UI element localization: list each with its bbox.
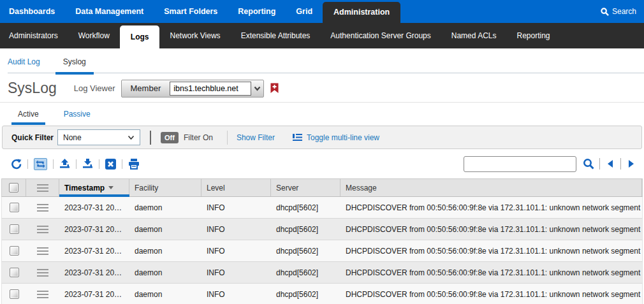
cell-server: dhcpd[5602] xyxy=(271,240,340,261)
column-header-facility[interactable]: Facility xyxy=(129,179,201,196)
row-checkbox[interactable] xyxy=(10,246,19,256)
table-row[interactable]: 2023-07-31 20… daemon INFO dhcpd[5602] D… xyxy=(1,284,643,304)
cell-timestamp: 2023-07-31 20… xyxy=(59,284,129,304)
next-page-button[interactable] xyxy=(626,160,636,168)
quick-filter-select[interactable]: None xyxy=(57,129,140,145)
global-search[interactable]: Search xyxy=(601,0,644,23)
refresh-icon[interactable] xyxy=(11,159,22,170)
table-row[interactable]: 2023-07-31 20… daemon INFO dhcpd[5602] D… xyxy=(1,240,643,262)
tab-passive[interactable]: Passive xyxy=(57,103,97,126)
table-row[interactable]: 2023-07-31 20… daemon INFO dhcpd[5602] D… xyxy=(1,219,643,240)
filter-toggle-button[interactable]: Off xyxy=(161,132,179,143)
tab-auth-server-groups[interactable]: Authentication Server Groups xyxy=(320,23,441,48)
column-header-server[interactable]: Server xyxy=(271,179,340,196)
nav-administration[interactable]: Administration xyxy=(323,2,400,23)
sorted-column-indicator xyxy=(59,194,129,197)
divider xyxy=(53,159,54,169)
nav-grid[interactable]: Grid xyxy=(286,0,323,23)
row-checkbox[interactable] xyxy=(10,203,19,212)
tab-network-views[interactable]: Network Views xyxy=(159,23,230,48)
bookmark-button[interactable] xyxy=(270,83,279,94)
chevron-down-icon xyxy=(128,135,135,140)
cell-timestamp: 2023-07-31 20… xyxy=(59,262,129,283)
tab-workflow[interactable]: Workflow xyxy=(68,23,120,48)
log-type-tabs: Audit Log Syslog xyxy=(0,48,644,75)
select-all-checkbox[interactable] xyxy=(2,179,26,196)
member-selector: Member xyxy=(121,80,265,98)
print-icon[interactable] xyxy=(128,159,140,170)
toolbar-right xyxy=(464,156,636,172)
row-menu-icon[interactable] xyxy=(37,269,48,277)
cell-server: dhcpd[5602] xyxy=(271,284,340,304)
cell-facility: daemon xyxy=(129,219,201,240)
page-header: SysLog Log Viewer Member xyxy=(0,75,644,103)
column-header-level[interactable]: Level xyxy=(201,179,271,196)
divider xyxy=(620,158,621,170)
sort-desc-icon xyxy=(108,186,113,189)
nav-data-management[interactable]: Data Management xyxy=(65,0,154,23)
row-checkbox[interactable] xyxy=(10,224,19,234)
member-input[interactable] xyxy=(170,82,251,96)
cell-level: INFO xyxy=(201,240,271,261)
tab-active[interactable]: Active xyxy=(11,103,45,126)
nav-smart-folders[interactable]: Smart Folders xyxy=(154,0,228,23)
view-tabs: Active Passive xyxy=(0,103,644,126)
tab-reporting[interactable]: Reporting xyxy=(506,23,560,48)
cell-server: dhcpd[5602] xyxy=(271,262,340,283)
table-row[interactable]: 2023-07-31 20… daemon INFO dhcpd[5602] D… xyxy=(1,262,643,284)
divider xyxy=(27,159,28,169)
nav-reporting[interactable]: Reporting xyxy=(228,0,286,23)
page-title: SysLog xyxy=(8,80,57,97)
search-icon xyxy=(583,158,594,170)
row-checkbox[interactable] xyxy=(10,268,19,277)
row-menu-icon[interactable] xyxy=(37,291,48,298)
divider xyxy=(150,131,151,145)
tab-extensible-attributes[interactable]: Extensible Attributes xyxy=(231,23,321,48)
cell-server: dhcpd[5602] xyxy=(271,197,340,218)
follow-icon[interactable] xyxy=(34,158,47,170)
column-header-timestamp[interactable]: Timestamp xyxy=(59,179,129,196)
row-menu-icon[interactable] xyxy=(37,226,48,233)
row-checkbox[interactable] xyxy=(10,289,19,299)
table-search-input[interactable] xyxy=(464,156,576,172)
tab-audit-log[interactable]: Audit Log xyxy=(0,48,48,75)
cell-level: INFO xyxy=(201,262,271,283)
cell-timestamp: 2023-07-31 20… xyxy=(59,197,129,218)
tab-named-acls[interactable]: Named ACLs xyxy=(441,23,507,48)
divider xyxy=(122,159,122,169)
table-search-button[interactable] xyxy=(583,158,594,170)
cell-level: INFO xyxy=(201,219,271,240)
multiline-view-icon[interactable] xyxy=(293,133,302,141)
prev-page-button[interactable] xyxy=(605,160,615,168)
header-menu-icon[interactable] xyxy=(26,179,59,196)
admin-nav: Administrators Workflow Logs Network Vie… xyxy=(0,23,644,48)
table-row[interactable]: 2023-07-31 20… daemon INFO dhcpd[5602] D… xyxy=(1,197,643,219)
bookmark-icon xyxy=(270,83,279,94)
cell-message: DHCPDISCOVER from 00:50:56:00:9f:8e via … xyxy=(340,219,642,240)
row-menu-icon[interactable] xyxy=(37,247,48,255)
nav-dashboards[interactable]: Dashboards xyxy=(0,0,65,23)
cell-facility: daemon xyxy=(129,262,201,283)
divider xyxy=(599,158,600,170)
member-dropdown-button[interactable] xyxy=(251,80,263,97)
show-filter-link[interactable]: Show Filter xyxy=(237,133,275,142)
quick-filter-value: None xyxy=(63,133,82,142)
cell-server: dhcpd[5602] xyxy=(271,219,340,240)
table-body: 2023-07-31 20… daemon INFO dhcpd[5602] D… xyxy=(1,197,643,304)
cell-timestamp: 2023-07-31 20… xyxy=(59,240,129,261)
cell-facility: daemon xyxy=(129,197,201,218)
tab-syslog[interactable]: Syslog xyxy=(55,48,94,75)
column-header-message[interactable]: Message xyxy=(340,179,642,196)
divider xyxy=(99,159,99,169)
cell-message: DHCPDISCOVER from 00:50:56:00:9f:8e via … xyxy=(340,240,642,261)
tab-logs[interactable]: Logs xyxy=(120,25,160,48)
toggle-multiline-link[interactable]: Toggle multi-line view xyxy=(307,133,379,142)
cell-message: DHCPDISCOVER from 00:50:56:00:9f:8e via … xyxy=(340,197,642,218)
clear-icon[interactable] xyxy=(105,159,116,170)
cell-message: DHCPDISCOVER from 00:50:56:00:9f:8e via … xyxy=(340,262,642,283)
upload-icon[interactable] xyxy=(59,159,70,169)
download-icon[interactable] xyxy=(82,159,93,169)
tab-administrators[interactable]: Administrators xyxy=(0,23,68,48)
next-page-icon xyxy=(629,160,634,168)
row-menu-icon[interactable] xyxy=(37,204,48,212)
